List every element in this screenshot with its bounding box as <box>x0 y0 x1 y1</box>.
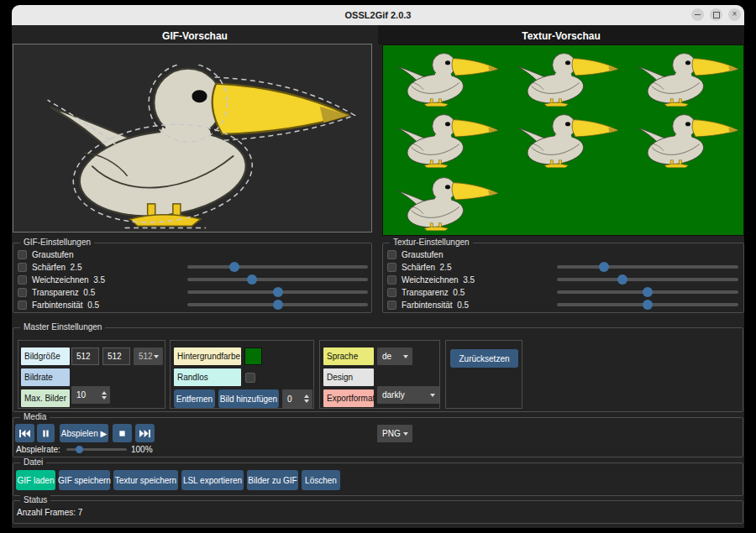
chevron-down-icon <box>154 355 159 358</box>
slider-handle[interactable] <box>229 262 239 272</box>
skip-end-button[interactable] <box>135 424 155 442</box>
gif-weichzeichnen-slider[interactable] <box>187 274 368 285</box>
hintergrundfarbe-swatch[interactable] <box>244 347 262 365</box>
minimize-icon <box>695 14 701 16</box>
design-value: darkly <box>382 390 405 400</box>
texture-settings-group-title: Textur-Einstellungen <box>390 238 473 248</box>
bildgroesse-preset-dropdown[interactable]: 512 <box>134 347 163 365</box>
gif-laden-button[interactable]: GIF laden <box>16 470 55 490</box>
play-button[interactable]: Abspielen ▶ <box>60 424 108 442</box>
duck-image-selected <box>39 65 363 229</box>
tex-farbintensitaet-slider[interactable] <box>557 300 738 310</box>
slider-handle[interactable] <box>643 300 653 310</box>
bildrate-value: 10 <box>76 390 86 400</box>
tex-schaerfen-checkbox[interactable] <box>387 263 396 272</box>
texture-preview-canvas[interactable] <box>382 44 744 236</box>
spinner-arrows-icon[interactable] <box>304 389 309 408</box>
duck-image <box>516 113 621 169</box>
randlos-checkbox[interactable] <box>245 373 255 383</box>
abspielrate-value: 100% <box>131 445 153 454</box>
textur-speichern-button[interactable]: Textur speichern <box>113 470 178 490</box>
tex-transparenz-label: Transparenz 0.5 <box>402 287 465 298</box>
master-settings-group-title: Master Einstellungen <box>20 322 105 332</box>
format-subpanel: Sprache de Design darkly Exportformat PN… <box>319 340 440 409</box>
tex-weichzeichnen-checkbox[interactable] <box>387 275 396 285</box>
bild-index-spinner[interactable]: 0 <box>282 389 312 408</box>
gif-schaerfen-checkbox[interactable] <box>18 263 27 272</box>
bilder-zu-gif-button[interactable]: Bilder zu GIF <box>247 470 298 490</box>
pause-icon <box>41 429 50 438</box>
slider-handle[interactable] <box>617 274 627 285</box>
gif-weichzeichnen-label: Weichzeichnen 3.5 <box>32 274 105 285</box>
texture-settings-group: Textur-Einstellungen Graustufen Schärfen… <box>382 243 744 313</box>
gif-transparenz-label: Transparenz 0.5 <box>32 287 95 298</box>
master-settings-group: Master Einstellungen Bildgröße 512 512 5… <box>13 327 743 412</box>
chevron-down-icon <box>403 355 408 358</box>
close-icon: × <box>732 10 738 18</box>
spinner-arrows-icon[interactable] <box>102 386 107 404</box>
tex-transparenz-slider[interactable] <box>557 287 738 297</box>
pause-button[interactable] <box>37 424 55 442</box>
sprache-dropdown[interactable]: de <box>377 347 412 365</box>
gif-schaerfen-label: Schärfen 2.5 <box>32 262 81 273</box>
tex-farbintensitaet-checkbox[interactable] <box>387 300 396 310</box>
gif-preview-canvas[interactable] <box>13 44 372 233</box>
gif-weichzeichnen-checkbox[interactable] <box>18 275 27 285</box>
datei-group: Datei GIF laden GIF speichern Textur spe… <box>13 462 743 496</box>
bildrate-spinner[interactable]: 10 <box>71 386 110 404</box>
size-subpanel: Bildgröße 512 512 512 Bildrate 10 Max. B… <box>18 340 165 409</box>
tex-graustufen-label: Graustufen <box>402 249 443 260</box>
skip-start-button[interactable] <box>15 424 34 442</box>
slider-handle[interactable] <box>247 274 257 285</box>
slider-handle[interactable] <box>643 287 653 297</box>
slider-handle[interactable] <box>76 446 83 453</box>
tex-schaerfen-slider[interactable] <box>557 262 738 272</box>
bild-index-value: 0 <box>287 395 292 404</box>
background-subpanel: Hintergrundfarbe Randlos Entfernen Bild … <box>170 340 314 409</box>
gif-graustufen-label: Graustufen <box>32 249 73 260</box>
slider-track[interactable] <box>187 265 368 269</box>
gif-schaerfen-slider[interactable] <box>187 262 368 272</box>
duck-image <box>516 52 621 107</box>
duck-image <box>636 52 741 107</box>
gif-graustufen-checkbox[interactable] <box>18 250 27 259</box>
bildgroesse-preset-value: 512 <box>139 352 153 361</box>
minimize-button[interactable] <box>691 8 704 21</box>
abspielrate-slider[interactable] <box>66 444 127 454</box>
tex-weichzeichnen-slider[interactable] <box>557 274 738 285</box>
design-dropdown[interactable]: darkly <box>377 386 439 404</box>
bildgroesse-height-input[interactable]: 512 <box>102 347 130 365</box>
slider-track[interactable] <box>557 278 738 281</box>
slider-track[interactable] <box>187 278 368 281</box>
close-button[interactable]: × <box>728 8 741 21</box>
window-titlebar[interactable]: OSSL2Gif 2.0.3 × <box>12 5 744 25</box>
media-group-title: Media <box>20 412 50 422</box>
reset-subpanel: Zurücksetzen <box>445 340 522 409</box>
zuruecksetzen-button[interactable]: Zurücksetzen <box>450 349 518 368</box>
gif-farbintensitaet-slider[interactable] <box>187 300 368 310</box>
lsl-exportieren-button[interactable]: LSL exportieren <box>181 470 244 490</box>
gif-speichern-button[interactable]: GIF speichern <box>59 470 110 490</box>
gif-preview-title: GIF-Vorschau <box>12 29 378 44</box>
status-text: Anzahl Frames: 7 <box>17 508 82 517</box>
gif-farbintensitaet-checkbox[interactable] <box>18 300 27 310</box>
status-group-title: Status <box>20 495 50 505</box>
slider-track[interactable] <box>557 265 738 269</box>
gif-transparenz-checkbox[interactable] <box>18 288 27 297</box>
loeschen-button[interactable]: Löschen <box>302 470 340 490</box>
gif-farbintensitaet-label: Farbintensität 0.5 <box>32 300 99 311</box>
slider-handle[interactable] <box>273 287 283 297</box>
sprache-label: Sprache <box>323 347 374 365</box>
gif-transparenz-slider[interactable] <box>187 287 368 297</box>
slider-handle[interactable] <box>273 300 283 310</box>
tex-graustufen-checkbox[interactable] <box>387 250 396 259</box>
tex-weichzeichnen-label: Weichzeichnen 3.5 <box>402 274 475 285</box>
entfernen-button[interactable]: Entfernen <box>174 389 215 408</box>
bildrate-label: Bildrate <box>21 368 70 386</box>
stop-button[interactable] <box>113 424 132 442</box>
slider-handle[interactable] <box>599 262 609 272</box>
maximize-button[interactable] <box>710 8 722 21</box>
bild-hinzufuegen-button[interactable]: Bild hinzufügen <box>218 389 279 408</box>
tex-transparenz-checkbox[interactable] <box>387 288 396 297</box>
bildgroesse-width-input[interactable]: 512 <box>71 347 99 365</box>
